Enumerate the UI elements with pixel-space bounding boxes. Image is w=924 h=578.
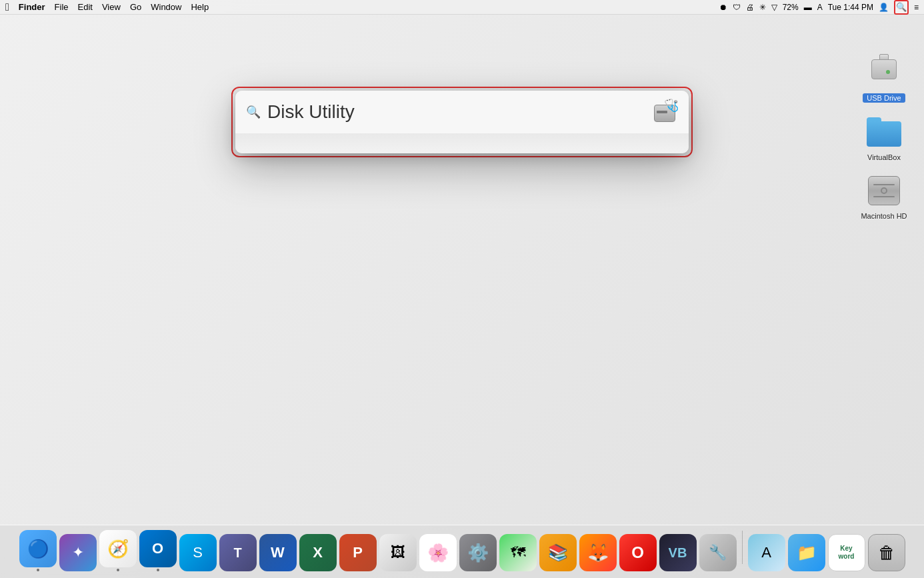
finder-dot [37, 569, 39, 571]
dock-item-preview[interactable]: 🖼 [379, 534, 417, 571]
teams-icon: T [219, 534, 257, 571]
systemprefs-icon: ⚙️ [459, 534, 497, 571]
go-menu[interactable]: Go [130, 2, 141, 12]
edit-menu[interactable]: Edit [78, 2, 93, 12]
photos-icon: 🌸 [419, 534, 457, 571]
notification-center-icon[interactable]: ≡ [914, 3, 919, 12]
virtualbox-folder-icon [865, 113, 903, 151]
firefox-icon: 🦊 [579, 534, 617, 571]
outlook-icon: O [139, 530, 177, 567]
print-icon[interactable]: 🖨 [746, 3, 754, 12]
spotlight-overlay: 🔍 🩺 [231, 87, 693, 157]
help-menu[interactable]: Help [191, 2, 209, 12]
skype-icon: S [179, 534, 217, 571]
magnifier-icon: 🔍 [896, 2, 907, 12]
dock-item-excel[interactable]: X [299, 534, 337, 571]
macintosh-hd-label: Macintosh HD [861, 212, 907, 220]
dock-item-safari[interactable]: 🧭 [99, 530, 137, 571]
dock-item-appfolder[interactable]: A [748, 534, 785, 571]
spotlight-search-icon: 🔍 [246, 105, 261, 119]
text-input-icon[interactable]: A [817, 3, 823, 12]
finder-icon: 🔵 [19, 530, 57, 567]
keywords-icon: Keyword [828, 534, 865, 571]
finder-menu[interactable]: Finder [19, 2, 45, 12]
window-menu[interactable]: Window [151, 2, 181, 12]
battery-percent: 72% [783, 3, 799, 12]
dock-item-tools[interactable]: 🔧 [699, 534, 737, 571]
dock-item-firefox[interactable]: 🦊 [579, 534, 617, 571]
user-icon[interactable]: 👤 [879, 3, 889, 12]
virtualbox-label: VirtualBox [867, 153, 901, 161]
clock: Tue 1:44 PM [828, 3, 873, 12]
spotlight-result-icon: 🩺 [651, 99, 678, 125]
desktop-icons: USB Drive VirtualBox Macintosh HD [857, 53, 911, 220]
spotlight-shadow [235, 133, 689, 153]
dock-item-siri[interactable]: ✦ [59, 534, 97, 571]
ibooks-icon: 📚 [539, 534, 577, 571]
trash-icon: 🗑 [868, 534, 905, 571]
desktop-icon-usb-drive[interactable]: USB Drive [857, 53, 911, 103]
dock-item-files[interactable]: 📁 [788, 534, 825, 571]
dock-item-opera[interactable]: O [619, 534, 657, 571]
dock-item-skype[interactable]: S [179, 534, 217, 571]
virtualbox-dock-icon: VB [659, 534, 697, 571]
dock: 🔵 ✦ 🧭 O S [0, 525, 924, 578]
usb-drive-label: USB Drive [863, 93, 905, 103]
menubar-right: ⏺ 🛡 🖨 ✳ ▽ 72% ▬ A Tue 1:44 PM 👤 🔍 ≡ [719, 0, 919, 15]
safari-icon: 🧭 [99, 530, 137, 567]
files-icon: 📁 [788, 534, 825, 571]
dock-item-outlook[interactable]: O [139, 530, 177, 571]
tools-icon: 🔧 [699, 534, 737, 571]
appfolder-icon: A [748, 534, 785, 571]
dock-item-keywords[interactable]: Keyword [828, 534, 865, 571]
spotlight-input-row: 🔍 🩺 [235, 91, 689, 133]
dock-item-trash[interactable]: 🗑 [868, 534, 905, 571]
battery-icon[interactable]: ▬ [804, 3, 812, 12]
dock-item-maps[interactable]: 🗺 [499, 534, 537, 571]
spotlight-input[interactable] [267, 101, 645, 123]
opera-icon: O [619, 534, 657, 571]
powerpoint-icon: P [339, 534, 377, 571]
spotlight-border: 🔍 🩺 [231, 87, 693, 157]
dock-item-systemprefs[interactable]: ⚙️ [459, 534, 497, 571]
desktop-icon-macintosh-hd[interactable]: Macintosh HD [857, 172, 911, 220]
dock-item-word[interactable]: W [259, 534, 297, 571]
dock-item-powerpoint[interactable]: P [339, 534, 377, 571]
safari-dot [117, 569, 119, 571]
apple-menu[interactable]:  [5, 1, 9, 13]
outlook-dot [157, 569, 159, 571]
screen-record-icon[interactable]: ⏺ [719, 3, 727, 12]
spotlight-menubar-button[interactable]: 🔍 [894, 0, 909, 15]
dock-items: 🔵 ✦ 🧭 O S [13, 530, 912, 575]
dock-item-teams[interactable]: T [219, 534, 257, 571]
bluetooth-icon[interactable]: ✳ [759, 3, 766, 12]
menubar-left:  Finder File Edit View Go Window Help [5, 1, 209, 13]
dock-item-ibooks[interactable]: 📚 [539, 534, 577, 571]
spotlight-box: 🔍 🩺 [235, 91, 689, 153]
vpn-icon[interactable]: 🛡 [733, 3, 741, 12]
dock-item-virtualbox[interactable]: VB [659, 534, 697, 571]
dock-separator [742, 531, 743, 564]
view-menu[interactable]: View [102, 2, 121, 12]
usb-drive-icon [865, 53, 903, 91]
desktop-icon-virtualbox[interactable]: VirtualBox [857, 113, 911, 161]
word-icon: W [259, 534, 297, 571]
macintosh-hd-icon [865, 172, 903, 209]
siri-icon: ✦ [59, 534, 97, 571]
menubar:  Finder File Edit View Go Window Help ⏺… [0, 0, 924, 15]
wifi-icon[interactable]: ▽ [771, 3, 777, 12]
excel-icon: X [299, 534, 337, 571]
preview-icon: 🖼 [379, 534, 417, 571]
file-menu[interactable]: File [55, 2, 69, 12]
dock-item-photos[interactable]: 🌸 [419, 534, 457, 571]
maps-icon: 🗺 [499, 534, 537, 571]
dock-item-finder[interactable]: 🔵 [19, 530, 57, 571]
